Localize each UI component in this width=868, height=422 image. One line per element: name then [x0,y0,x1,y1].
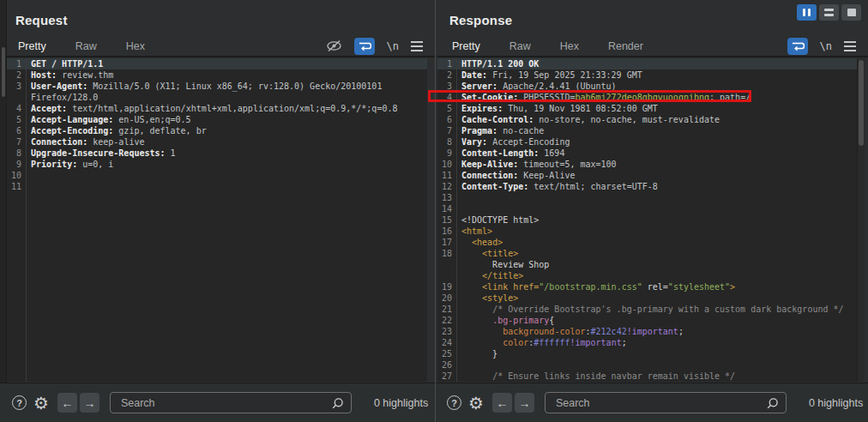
editor-line: 4Accept: text/html,application/xhtml+xml… [7,103,427,114]
prev-match-button[interactable]: ← [57,393,77,413]
visibility-off-icon[interactable] [326,39,342,52]
line-number: 27 [437,371,456,382]
editor-line: 21 /* Override Bootstrap's .bg-primary w… [437,304,865,315]
panel-divider[interactable] [435,0,436,422]
line-number: 11 [437,170,456,181]
request-editor-tools: \n [326,38,435,55]
search-input[interactable] [546,397,786,409]
line-number: 1 [437,58,456,69]
editor-line: 9Content-Length: 1694 [437,148,865,159]
editor-line: 22 .bg-primary{ [437,315,865,326]
editor-line: 17 <head> [437,237,865,248]
tab-pretty[interactable]: Pretty [15,37,49,56]
editor-line: 11Connection: Keep-Alive [437,170,865,181]
rows-icon [824,9,834,16]
editor-line: 23 background-color:#212c42!important; [437,326,865,337]
line-number: 11 [7,181,26,192]
editor-line: 3Server: Apache/2.4.41 (Ubuntu) [437,81,865,92]
editor-line: 4Set-Cookie: PHPSESSID=bah6mj272deo8gbqv… [437,92,865,103]
editor-line: Review Shop [437,259,865,270]
show-newlines-toggle[interactable]: \n [820,40,832,52]
tab-render[interactable]: Render [606,37,646,56]
word-wrap-icon [358,40,371,52]
line-number: 7 [7,136,26,148]
line-number: 19 [437,281,456,292]
response-scrollbar[interactable] [857,58,865,382]
tab-hex[interactable]: Hex [124,37,148,56]
search-input[interactable] [111,397,351,409]
prev-match-button[interactable]: ← [492,393,512,413]
editor-line: 7Pragma: no-cache [437,125,865,136]
response-scrollbar-thumb[interactable] [859,60,864,146]
search-icon [331,397,344,410]
editor-line: 1GET / HTTP/1.1 [7,58,427,69]
settings-gear-icon[interactable]: ⚙ [468,395,484,412]
line-number: 5 [437,103,456,114]
editor-line: 24 color:#ffffff!important; [437,337,865,348]
line-number: 8 [7,148,26,159]
response-tabs: PrettyRawHexRender \n [437,36,868,57]
tab-hex[interactable]: Hex [558,37,582,56]
editor-line: 27 /* Ensure links inside navbar remain … [437,371,865,382]
line-number: 18 [437,248,456,259]
line-number: 21 [437,304,456,315]
request-tabs: PrettyRawHex \n [7,36,435,57]
line-number: 4 [437,92,456,103]
line-number: 10 [7,170,26,181]
response-search-bar: ? ⚙ ← → 0 highlights [435,383,868,422]
editor-line: 19 <link href="/bootstrap.min.css" rel="… [437,281,865,292]
layout-columns-button[interactable] [797,4,817,21]
search-box [545,392,787,413]
editor-line: 11 [7,181,427,192]
help-icon[interactable]: ? [12,395,27,410]
search-box [110,392,352,413]
show-newlines-toggle[interactable]: \n [387,40,399,52]
editor-line: 18 <title> [437,248,865,259]
pause-bars-icon [803,9,805,16]
editor-line: 13 [437,192,865,203]
line-number [437,270,456,281]
response-title: Response [449,13,512,27]
word-wrap-toggle-button[interactable] [354,38,375,55]
editor-menu-icon[interactable] [411,41,423,51]
line-number: 13 [437,192,456,203]
line-number: 26 [437,359,456,371]
editor-line: 7Connection: keep-alive [7,136,427,148]
request-editor[interactable]: 1GET / HTTP/1.12Host: review.thm3User-Ag… [7,58,427,382]
editor-line: 25 } [437,348,865,359]
line-number: 16 [437,226,456,237]
response-editor[interactable]: 1HTTP/1.1 200 OK2Date: Fri, 19 Sep 2025 … [437,58,865,382]
editor-menu-icon[interactable] [844,41,856,51]
editor-line: 3User-Agent: Mozilla/5.0 (X11; Linux x86… [7,81,427,92]
layout-rows-button[interactable] [819,4,839,21]
left-scrollbar-thumb[interactable] [2,47,5,97]
tab-raw[interactable]: Raw [507,37,533,56]
line-number: 25 [437,348,456,359]
tab-raw[interactable]: Raw [73,37,99,56]
editor-line: 5Expires: Thu, 19 Nov 1981 08:52:00 GMT [437,103,865,114]
line-number: 6 [437,114,456,125]
line-number: 4 [7,103,26,114]
line-number: 2 [437,69,456,81]
tab-pretty[interactable]: Pretty [449,37,483,56]
response-editor-tools: \n [787,38,868,55]
left-scroll-strip [0,0,7,383]
line-number: 2 [7,69,26,81]
next-match-button[interactable]: → [515,393,534,413]
line-number [437,259,456,270]
line-number: 8 [437,136,456,148]
highlights-count: 0 highlights [374,397,428,409]
line-number: 22 [437,315,456,326]
layout-single-button[interactable] [841,4,861,21]
editor-line: 15<!DOCTYPE html> [437,214,865,226]
next-match-button[interactable]: → [80,393,99,413]
request-panel: Request PrettyRawHex \n [7,0,435,383]
editor-line: 6Accept-Encoding: gzip, deflate, br [7,125,427,136]
settings-gear-icon[interactable]: ⚙ [33,395,49,412]
help-icon[interactable]: ? [447,395,461,410]
square-icon [847,9,856,16]
word-wrap-toggle-button[interactable] [787,38,808,55]
editor-line: 8Vary: Accept-Encoding [437,136,865,148]
editor-line: 14 [437,203,865,214]
word-wrap-icon [791,40,805,52]
